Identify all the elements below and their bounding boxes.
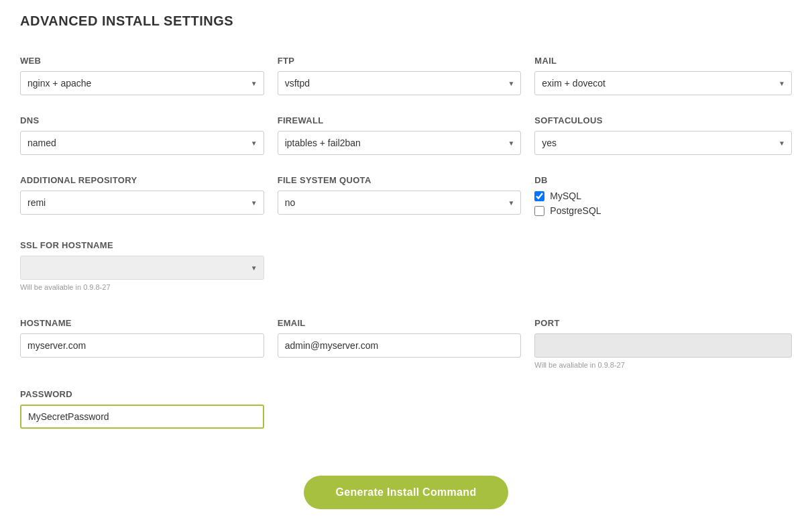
firewall-label: Firewall bbox=[278, 115, 522, 125]
port-label: Port bbox=[534, 318, 792, 328]
port-hint: Will be avaliable in 0.9.8-27 bbox=[534, 361, 792, 369]
web-select-wrapper: nginx + apache apache nginx bbox=[20, 71, 264, 95]
hostname-label: Hostname bbox=[20, 318, 264, 328]
ssl-hostname-hint: Will be avaliable in 0.9.8-27 bbox=[20, 283, 264, 291]
hostname-input[interactable]: myserver.com bbox=[20, 333, 264, 358]
firewall-select-wrapper: iptables + fail2ban iptables no bbox=[278, 131, 522, 155]
file-system-quota-select-wrapper: no yes bbox=[278, 191, 522, 215]
email-label: Email bbox=[278, 318, 522, 328]
softaculous-label: SOFTACULOUS bbox=[534, 115, 792, 125]
mail-select[interactable]: exim + dovecot exim dovecot bbox=[534, 71, 792, 95]
file-system-quota-label: File System Quota bbox=[278, 175, 522, 185]
additional-repo-select[interactable]: remi no bbox=[20, 191, 264, 215]
dns-select-wrapper: named bind no bbox=[20, 131, 264, 155]
additional-repo-label: Additional Repository bbox=[20, 175, 264, 185]
postgresql-checkbox[interactable] bbox=[534, 206, 544, 216]
mail-label: MAIL bbox=[534, 56, 792, 66]
web-label: WEB bbox=[20, 56, 264, 66]
additional-repo-select-wrapper: remi no bbox=[20, 191, 264, 215]
port-input[interactable] bbox=[534, 333, 792, 358]
password-label: Password bbox=[20, 389, 264, 399]
postgresql-checkbox-item: PostgreSQL bbox=[534, 205, 792, 216]
ssl-hostname-select[interactable] bbox=[20, 256, 264, 280]
softaculous-select[interactable]: yes no bbox=[534, 131, 792, 155]
ssl-hostname-select-wrapper bbox=[20, 256, 264, 280]
mysql-checkbox-item: MySQL bbox=[534, 191, 792, 201]
dns-label: DNS bbox=[20, 115, 264, 125]
mysql-label[interactable]: MySQL bbox=[550, 191, 581, 201]
firewall-select[interactable]: iptables + fail2ban iptables no bbox=[278, 131, 522, 155]
ftp-select-wrapper: vsftpd proftpd pure-ftpd bbox=[278, 71, 522, 95]
db-label: DB bbox=[534, 175, 792, 185]
postgresql-label[interactable]: PostgreSQL bbox=[550, 205, 601, 216]
mail-select-wrapper: exim + dovecot exim dovecot bbox=[534, 71, 792, 95]
generate-install-command-button[interactable]: Generate Install Command bbox=[304, 476, 509, 509]
page-title: ADVANCED INSTALL SETTINGS bbox=[20, 13, 792, 29]
web-select[interactable]: nginx + apache apache nginx bbox=[20, 71, 264, 95]
mysql-checkbox[interactable] bbox=[534, 191, 544, 201]
file-system-quota-select[interactable]: no yes bbox=[278, 191, 522, 215]
generate-btn-row: Generate Install Command bbox=[20, 476, 792, 509]
softaculous-select-wrapper: yes no bbox=[534, 131, 792, 155]
ftp-select[interactable]: vsftpd proftpd pure-ftpd bbox=[278, 71, 522, 95]
ssl-hostname-label: SSL for Hostname bbox=[20, 240, 264, 250]
password-input[interactable]: MySecretPassword bbox=[20, 405, 264, 429]
email-input[interactable]: admin@myserver.com bbox=[278, 333, 522, 358]
ftp-label: FTP bbox=[278, 56, 522, 66]
dns-select[interactable]: named bind no bbox=[20, 131, 264, 155]
